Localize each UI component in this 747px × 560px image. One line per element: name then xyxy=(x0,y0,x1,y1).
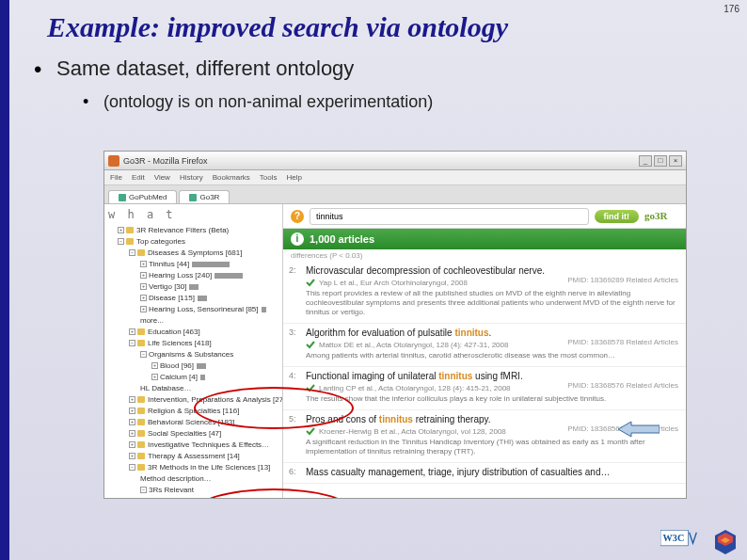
window-title: Go3R - Mozilla Firefox xyxy=(123,156,208,166)
result-title: Microvascular decompression of cochleove… xyxy=(306,265,678,276)
svg-text:W3C: W3C xyxy=(663,533,685,543)
result-snippet: The results show that the inferior colli… xyxy=(306,394,678,404)
tab-icon xyxy=(119,194,126,201)
menu-file[interactable]: File xyxy=(110,173,122,182)
tree-more[interactable]: more... xyxy=(108,315,278,327)
menu-history[interactable]: History xyxy=(180,173,203,182)
browser-screenshot: Go3R - Mozilla Firefox _ □ × File Edit V… xyxy=(103,151,687,499)
semantic-web-logo xyxy=(713,530,738,554)
result-snippet: Among patients with arterial tinnitus, c… xyxy=(306,351,678,360)
annotation-arrow xyxy=(618,420,660,439)
minimize-icon[interactable]: _ xyxy=(639,155,652,167)
menu-help[interactable]: Help xyxy=(286,173,301,182)
tree-item[interactable]: +Behavioral Sciences [183] xyxy=(108,417,278,428)
tree-item[interactable]: +Intervention, Preparations & Analysis [… xyxy=(108,394,278,406)
w3c-logo: W3C xyxy=(660,530,704,554)
tree-item[interactable]: +Tinnitus [44] xyxy=(108,259,278,270)
tree-item[interactable]: +Hearing Loss [240] xyxy=(108,270,278,281)
tabbar: GoPubMed Go3R xyxy=(104,185,686,204)
tree-item[interactable]: +Blood [96] xyxy=(108,360,278,372)
result-number: 2: xyxy=(289,265,296,275)
pmid: PMID: 18369289 Related Articles xyxy=(567,276,678,284)
tab-label: GoPubMed xyxy=(129,193,167,201)
menu-tools[interactable]: Tools xyxy=(260,173,278,182)
result-meta: Yap L et al., Eur Arch Otorhinolaryngol,… xyxy=(306,278,567,287)
sidebar: w h a t +3R Relevance Filters (Beta) −To… xyxy=(104,204,283,498)
tree-item[interactable]: +Social Specialties [47] xyxy=(108,428,278,440)
tree-item[interactable]: +3R Relevance Filters (Beta) xyxy=(108,225,278,236)
page-number: 176 xyxy=(723,4,739,14)
result-title: Functional imaging of unilateral tinnitu… xyxy=(306,371,678,381)
tree-item[interactable]: −Life Sciences [418] xyxy=(108,338,278,349)
check-icon xyxy=(306,426,315,436)
slide-title: Example: improved search via ontology xyxy=(9,0,747,51)
tree-item[interactable]: −Diseases & Symptoms [681] xyxy=(108,248,278,259)
result-title: Mass casualty management, triage, injury… xyxy=(306,467,678,477)
searchbar: ? find it! go3R xyxy=(283,204,686,229)
search-input[interactable] xyxy=(310,208,589,225)
check-icon xyxy=(306,340,315,349)
category-tree: +3R Relevance Filters (Beta) −Top catego… xyxy=(108,225,278,498)
tree-item[interactable]: +Religion & Specialties [116] xyxy=(108,406,278,417)
tree-item[interactable]: −Top categories xyxy=(108,236,278,248)
result-number: 6: xyxy=(289,467,296,476)
tree-item[interactable]: +Education [463] xyxy=(108,327,278,338)
pmid: PMID: 18368576 Related Articles xyxy=(567,381,678,390)
results-count: 1,000 articles xyxy=(310,233,374,245)
result-number: 4: xyxy=(289,371,296,380)
pmid: PMID: 18368578 Related Articles xyxy=(567,338,678,346)
tree-item[interactable]: +In Vitro Experimental Design [23] xyxy=(108,496,278,498)
tree-item[interactable]: −3R Methods in the Life Sciences [13] xyxy=(108,462,278,473)
result-meta: Mattox DE et al., Acta Otolaryngol, 128 … xyxy=(306,340,567,349)
sidebar-heading: w h a t xyxy=(108,208,278,221)
tree-item[interactable]: +Investigative Techniques & Effects… xyxy=(108,440,278,451)
window-controls: _ □ × xyxy=(639,155,682,167)
tree-item[interactable]: HL Database… xyxy=(108,383,278,394)
result-item[interactable]: 6: Mass casualty management, triage, inj… xyxy=(283,463,686,484)
result-snippet: A significant reduction in the Tinnitus … xyxy=(306,438,678,456)
result-snippet: This report provides a review of all the… xyxy=(306,289,678,317)
check-icon xyxy=(306,278,315,287)
tree-item[interactable]: −Organisms & Substances xyxy=(108,349,278,360)
result-meta: Lanting CP et al., Acta Otolaryngol, 128… xyxy=(306,383,567,392)
go3r-logo: go3R xyxy=(644,210,678,223)
result-title: Algorithm for evaluation of pulsatile ti… xyxy=(306,328,678,338)
tree-item[interactable]: Method description… xyxy=(108,473,278,485)
firefox-icon xyxy=(108,155,119,167)
tab-label: Go3R xyxy=(199,193,219,201)
menubar: File Edit View History Bookmarks Tools H… xyxy=(104,170,686,185)
result-item[interactable]: 2: Microvascular decompression of cochle… xyxy=(283,262,686,324)
main-panel: ? find it! go3R i 1,000 articles differe… xyxy=(283,204,686,498)
bullet-level-1: Same dataset, different ontology xyxy=(9,51,747,87)
result-meta: Kroener-Herwig B et al., Acta Otolaryngo… xyxy=(306,426,567,436)
footer-logos: W3C xyxy=(660,530,738,554)
window-titlebar: Go3R - Mozilla Firefox _ □ × xyxy=(104,152,686,170)
svg-marker-0 xyxy=(618,422,660,437)
question-icon: ? xyxy=(291,210,304,223)
tree-item[interactable]: +Hearing Loss, Sensorineural [85] xyxy=(108,304,278,315)
close-icon[interactable]: × xyxy=(669,155,682,167)
menu-view[interactable]: View xyxy=(154,173,170,182)
result-item[interactable]: 4: Functional imaging of unilateral tinn… xyxy=(283,367,686,410)
tab-icon xyxy=(189,194,197,201)
menu-edit[interactable]: Edit xyxy=(132,173,145,182)
check-icon xyxy=(306,383,315,392)
tree-item[interactable]: −3Rs Relevant xyxy=(108,485,278,496)
bullet-level-2: (ontology is on non-animal experimentati… xyxy=(9,87,747,123)
result-number: 5: xyxy=(289,414,296,424)
tree-item[interactable]: +Vertigo [30] xyxy=(108,281,278,293)
result-item[interactable]: 3: Algorithm for evaluation of pulsatile… xyxy=(283,324,686,367)
info-icon: i xyxy=(291,232,304,246)
result-number: 3: xyxy=(289,328,296,337)
tree-item[interactable]: +Disease [115] xyxy=(108,293,278,304)
filter-note: differences (P < 0.03) xyxy=(283,249,686,262)
tree-item[interactable]: +Calcium [4] xyxy=(108,372,278,383)
maximize-icon[interactable]: □ xyxy=(654,155,667,167)
tab-gopubmed[interactable]: GoPubMed xyxy=(108,190,177,203)
tab-go3r[interactable]: Go3R xyxy=(179,190,230,203)
results-header: i 1,000 articles xyxy=(283,229,686,249)
find-it-button[interactable]: find it! xyxy=(595,210,640,223)
menu-bookmarks[interactable]: Bookmarks xyxy=(213,173,250,182)
tree-item[interactable]: +Therapy & Assessment [14] xyxy=(108,451,278,462)
